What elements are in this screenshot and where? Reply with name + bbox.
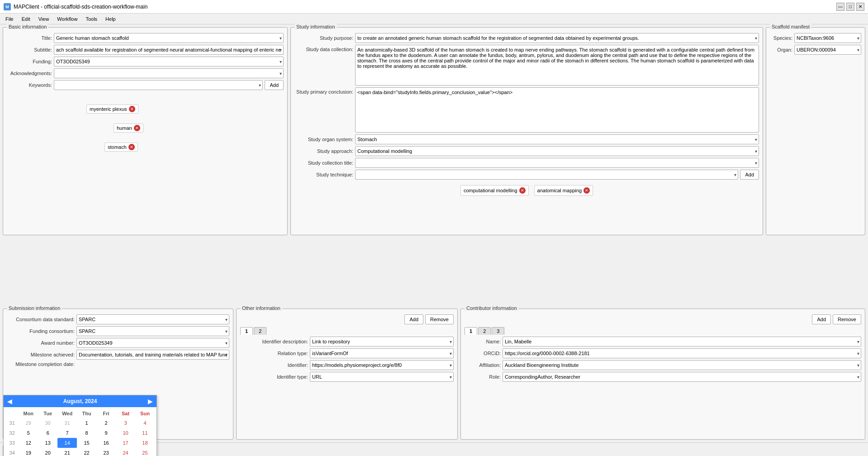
keywords-tags-area: myenteric plexus ✕ human ✕ stomach ✕ (7, 92, 284, 156)
technique-tag-computational: computational modelling ✕ (460, 185, 529, 196)
cal-day-30-jul[interactable]: 30 (38, 418, 57, 428)
funding-consortium-select[interactable]: SPARC (76, 326, 229, 336)
funding-select-wrapper: OT3OD025349 (54, 57, 284, 66)
remove-technique-computational-button[interactable]: ✕ (519, 187, 526, 194)
cal-day-12[interactable]: 12 (19, 438, 38, 448)
cal-day-14-today[interactable]: 14 (57, 438, 77, 448)
other-info-actions: Add Remove (240, 314, 454, 324)
cal-day-2-aug[interactable]: 2 (96, 418, 116, 428)
subtitle-select[interactable]: ach scaffold available for registration … (54, 45, 284, 55)
contributor-affiliation-select[interactable]: Auckland Bioengineering Institute (503, 360, 861, 370)
cal-day-17[interactable]: 17 (116, 438, 135, 448)
cal-day-19[interactable]: 19 (19, 448, 38, 456)
cal-day-13[interactable]: 13 (38, 438, 57, 448)
close-button[interactable]: ✕ (856, 3, 864, 11)
cal-day-6[interactable]: 6 (38, 428, 57, 438)
study-purpose-label: Study purpose: (294, 35, 353, 41)
cal-day-10[interactable]: 10 (116, 428, 135, 438)
other-tab-1[interactable]: 1 (240, 327, 253, 335)
cal-day-3-aug[interactable]: 3 (116, 418, 135, 428)
contributor-tab-1[interactable]: 1 (465, 327, 477, 335)
window-controls[interactable]: — □ ✕ (836, 3, 864, 11)
cal-day-8[interactable]: 8 (77, 428, 96, 438)
contributor-orcid-select[interactable]: https://orcid.org/0000-0002-6388-2181 (503, 348, 861, 358)
remove-technique-anatomical-button[interactable]: ✕ (583, 187, 590, 194)
maximize-button[interactable]: □ (846, 3, 854, 11)
contributor-role-select[interactable]: CorrespondingAuthor, Researcher (503, 372, 861, 382)
study-info-content: Study purpose: to create an annotated ge… (291, 28, 763, 203)
technique-tag-computational-label: computational modelling (464, 188, 517, 193)
contributor-remove-button[interactable]: Remove (833, 314, 861, 324)
contributor-tab-2[interactable]: 2 (478, 327, 491, 335)
add-technique-button[interactable]: Add (740, 170, 759, 180)
consortium-standard-select[interactable]: SPARC (76, 314, 229, 324)
funding-label: Funding: (7, 59, 52, 64)
cal-day-5[interactable]: 5 (19, 428, 38, 438)
other-remove-button[interactable]: Remove (425, 314, 454, 324)
species-select-wrapper: NCBITaxon:9606 (794, 33, 861, 43)
funding-consortium-label: Funding consortium: (7, 328, 75, 334)
milestone-achieved-select[interactable]: Documentation, tutorials, and training m… (76, 350, 229, 360)
cal-day-29-jul[interactable]: 29 (19, 418, 38, 428)
menu-workflow[interactable]: Workflow (53, 15, 81, 23)
remove-keyword-stomach-button[interactable]: ✕ (128, 144, 135, 150)
title-select[interactable]: Generic human stomach scaffold (54, 33, 284, 43)
cal-day-1-aug[interactable]: 1 (77, 418, 96, 428)
other-add-button[interactable]: Add (404, 314, 423, 324)
study-organ-system-select[interactable]: Stomach (355, 134, 759, 144)
contributor-add-button[interactable]: Add (812, 314, 831, 324)
menu-edit[interactable]: Edit (18, 15, 34, 23)
funding-select[interactable]: OT3OD025349 (54, 57, 284, 66)
menu-help[interactable]: Help (102, 15, 119, 23)
cal-day-4-aug[interactable]: 4 (135, 418, 155, 428)
study-approach-select[interactable]: Computational modelling (355, 146, 759, 156)
relation-type-select[interactable]: isVariantFormOf (310, 348, 454, 358)
identifier-select[interactable]: https://models.physiomeproject.org/e/8f0 (310, 360, 454, 370)
cal-day-18[interactable]: 18 (135, 438, 155, 448)
contributor-tab-3[interactable]: 3 (492, 327, 504, 335)
acknowledgments-select[interactable] (54, 68, 284, 78)
cal-day-24[interactable]: 24 (116, 448, 135, 456)
cal-day-7[interactable]: 7 (57, 428, 77, 438)
menu-file[interactable]: File (2, 15, 17, 23)
cal-day-20[interactable]: 20 (38, 448, 57, 456)
organ-row: Organ: UBERON:000094 (770, 45, 861, 55)
cal-day-22[interactable]: 22 (77, 448, 96, 456)
menu-tools[interactable]: Tools (82, 15, 101, 23)
study-purpose-select[interactable]: to create an annotated generic human sto… (355, 33, 759, 43)
cal-day-25[interactable]: 25 (135, 448, 155, 456)
identifier-type-select[interactable]: URL (310, 372, 454, 382)
study-technique-select[interactable] (355, 170, 738, 180)
keywords-input[interactable] (54, 80, 263, 90)
menu-bar: File Edit View Workflow Tools Help (0, 14, 868, 24)
study-collection-title-select[interactable] (355, 158, 759, 168)
cal-day-11[interactable]: 11 (135, 428, 155, 438)
minimize-button[interactable]: — (836, 3, 844, 11)
remove-keyword-myenteric-button[interactable]: ✕ (129, 106, 135, 112)
cal-day-15[interactable]: 15 (77, 438, 96, 448)
identifier-description-select[interactable]: Link to repository (310, 337, 454, 347)
technique-tags-area: computational modelling ✕ anatomical map… (294, 181, 759, 200)
keyword-tag-human: human ✕ (114, 124, 143, 133)
study-data-collection-textarea[interactable]: An anatomically-based 3D scaffold of the… (355, 45, 759, 86)
title-bar: M MAPClient - official-scaffold-sds-crea… (0, 0, 868, 14)
menu-view[interactable]: View (35, 15, 53, 23)
cal-day-9[interactable]: 9 (96, 428, 116, 438)
other-tab-2[interactable]: 2 (254, 327, 266, 335)
calendar-prev-button[interactable]: ◀ (7, 398, 12, 405)
remove-keyword-human-button[interactable]: ✕ (134, 125, 140, 131)
top-panels-row: Basic information Title: Generic human s… (3, 27, 865, 306)
organ-select[interactable]: UBERON:000094 (794, 45, 861, 55)
study-primary-conclusion-textarea[interactable]: <span data-bind="studyInfo.fields.primar… (355, 87, 759, 133)
cal-day-21[interactable]: 21 (57, 448, 77, 456)
add-keyword-button[interactable]: Add (265, 80, 284, 90)
cal-day-16[interactable]: 16 (96, 438, 116, 448)
award-number-select[interactable]: OT3OD025349 (76, 338, 229, 348)
contributor-role-row: Role: CorrespondingAuthor, Researcher (465, 372, 861, 382)
contributor-name-select[interactable]: Lin, Mabelle (503, 337, 861, 347)
milestone-completion-row: Milestone completion date: (7, 361, 229, 367)
calendar-next-button[interactable]: ▶ (148, 398, 153, 405)
cal-day-31-jul[interactable]: 31 (57, 418, 77, 428)
cal-day-23[interactable]: 23 (96, 448, 116, 456)
species-select[interactable]: NCBITaxon:9606 (794, 33, 861, 43)
